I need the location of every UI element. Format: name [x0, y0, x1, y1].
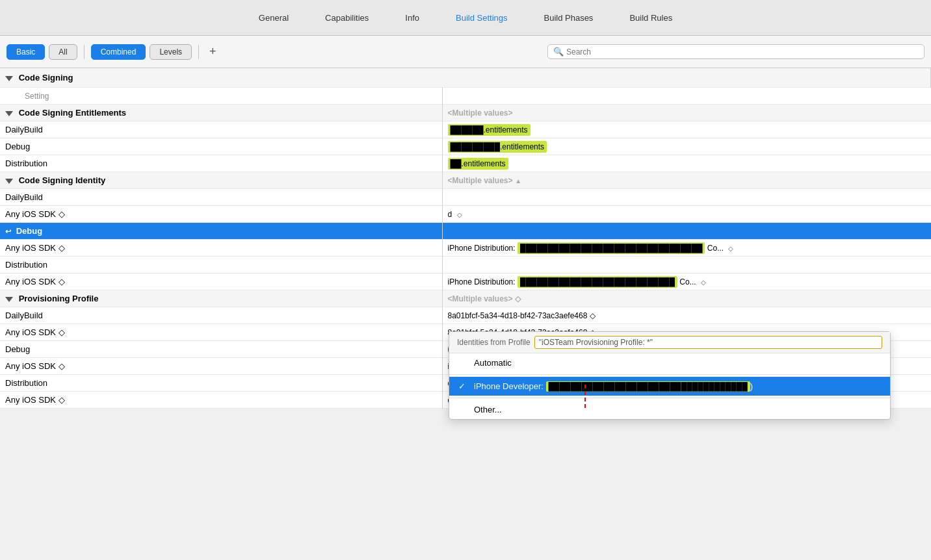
csi-multiple-values: <Multiple values>	[448, 176, 513, 185]
triangle-icon	[5, 76, 13, 81]
add-setting-btn[interactable]: +	[205, 45, 220, 58]
csi-distribution-any-ios-row[interactable]: Any iOS SDK ◇ iPhone Distribution: █████…	[0, 274, 931, 290]
triangle-icon4	[5, 297, 13, 302]
csi-debug-row[interactable]: ↩ Debug	[0, 223, 931, 240]
code-signing-entitlements-row[interactable]: Code Signing Entitlements <Multiple valu…	[0, 105, 931, 121]
csi-debug-any-ios-row[interactable]: Any iOS SDK ◇ iPhone Distribution: █████…	[0, 240, 931, 257]
provisioning-profile-row[interactable]: Provisioning Profile <Multiple values> ◇	[0, 290, 931, 307]
code-signing-entitlements-label: Code Signing Entitlements	[5, 108, 126, 118]
code-signing-identity-label: Code Signing Identity	[5, 175, 105, 185]
cse-multiple-values: <Multiple values>	[448, 108, 513, 118]
csi-distribution-row[interactable]: Distribution	[0, 257, 931, 274]
csi-distribution-any-ios-value: iPhone Distribution: ███████████████████…	[448, 277, 706, 286]
csi-dailybuild-any-ios-row[interactable]: Any iOS SDK ◇ d ◇	[0, 206, 931, 223]
column-header-row: Setting	[0, 88, 931, 105]
csi-distribution-any-ios-label: Any iOS SDK ◇	[5, 277, 65, 286]
tab-build-settings[interactable]: Build Settings	[438, 0, 526, 35]
dropdown-option-automatic[interactable]: Automatic	[449, 353, 890, 372]
cse-dailybuild-row[interactable]: DailyBuild ██████.entitlements	[0, 121, 931, 138]
dropdown-iphone-dev-label: iPhone Developer: ██████████████████████…	[474, 381, 753, 391]
code-signing-identity-row[interactable]: Code Signing Identity <Multiple values> …	[0, 172, 931, 189]
csi-dailybuild-label: DailyBuild	[5, 192, 43, 202]
dropdown-header: Identities from Profile	[449, 332, 890, 353]
dropdown-profile-input[interactable]	[534, 336, 882, 349]
dropdown-header-prefix: Identities from Profile	[457, 338, 531, 347]
pp-dailybuild-value: 8a01bfcf-5a34-4d18-bf42-73ac3aefe468 ◇	[448, 311, 596, 320]
pp-dailybuild-any-ios-label: Any iOS SDK ◇	[5, 327, 65, 337]
filter-all-btn[interactable]: All	[49, 44, 77, 60]
dropdown-option-other[interactable]: Other...	[449, 400, 890, 419]
main-content: Code Signing Setting Code Signing Entitl…	[0, 68, 931, 409]
filter-divider	[84, 45, 85, 59]
tab-build-phases[interactable]: Build Phases	[525, 0, 611, 35]
csi-debug-label: ↩ Debug	[5, 226, 42, 236]
tab-info[interactable]: Info	[387, 0, 438, 35]
search-icon: 🔍	[553, 47, 564, 57]
csi-debug-any-ios-label: Any iOS SDK ◇	[5, 243, 65, 253]
section-code-signing: Code Signing	[0, 68, 931, 88]
provisioning-profile-label: Provisioning Profile	[5, 294, 98, 303]
csi-distribution-label: Distribution	[5, 260, 47, 270]
checkmark-dev-icon: ✓	[458, 381, 469, 391]
filter-basic-btn[interactable]: Basic	[7, 44, 45, 60]
tab-build-rules[interactable]: Build Rules	[611, 0, 690, 35]
setting-col-header: Setting	[5, 92, 49, 101]
dropdown-separator2	[449, 398, 890, 398]
dropdown-separator	[449, 374, 890, 375]
tab-capabilities[interactable]: Capabilities	[307, 0, 387, 35]
dropdown-other-label: Other...	[474, 405, 502, 414]
cse-debug-label: Debug	[5, 142, 30, 151]
search-box: 🔍	[547, 44, 924, 59]
search-input[interactable]	[566, 47, 919, 57]
cse-debug-row[interactable]: Debug █████████.entitlements	[0, 138, 931, 155]
dropdown-option-iphone-dev[interactable]: ✓ iPhone Developer: ████████████████████…	[449, 377, 890, 396]
pp-debug-any-ios-label: Any iOS SDK ◇	[5, 361, 65, 371]
triangle-icon3	[5, 179, 13, 184]
pp-debug-label: Debug	[5, 344, 30, 354]
csi-debug-any-ios-value: iPhone Distribution: ███████████████████…	[448, 244, 734, 253]
tab-bar: General Capabilities Info Build Settings…	[0, 0, 931, 36]
filter-levels-btn[interactable]: Levels	[150, 44, 192, 60]
section-code-signing-label: Code Signing	[5, 73, 73, 83]
triangle-icon2	[5, 111, 13, 116]
cse-distribution-row[interactable]: Distribution ██.entitlements	[0, 155, 931, 172]
tab-general[interactable]: General	[241, 0, 307, 35]
cse-debug-value: █████████.entitlements	[448, 141, 547, 153]
filter-combined-btn[interactable]: Combined	[91, 44, 146, 60]
dropdown-automatic-label: Automatic	[474, 358, 512, 368]
filter-bar: Basic All Combined Levels + 🔍	[0, 36, 931, 68]
cse-dailybuild-label: DailyBuild	[5, 125, 43, 134]
pp-distribution-any-ios-label: Any iOS SDK ◇	[5, 395, 65, 405]
pp-distribution-label: Distribution	[5, 378, 47, 388]
pp-multiple-values: <Multiple values> ◇	[448, 294, 521, 303]
filter-divider2	[198, 45, 199, 59]
cse-distribution-value: ██.entitlements	[448, 158, 508, 170]
cse-dailybuild-value: ██████.entitlements	[448, 124, 531, 136]
pp-dailybuild-row[interactable]: DailyBuild 8a01bfcf-5a34-4d18-bf42-73ac3…	[0, 307, 931, 324]
pp-dailybuild-label: DailyBuild	[5, 311, 43, 320]
csi-dailybuild-any-ios-label: Any iOS SDK ◇	[5, 209, 65, 219]
csi-dailybuild-row[interactable]: DailyBuild	[0, 189, 931, 206]
cse-distribution-label: Distribution	[5, 159, 47, 168]
csi-dailybuild-any-ios-value: d ◇	[448, 210, 462, 219]
identity-dropdown: Identities from Profile Automatic ✓ iPho…	[449, 331, 891, 420]
